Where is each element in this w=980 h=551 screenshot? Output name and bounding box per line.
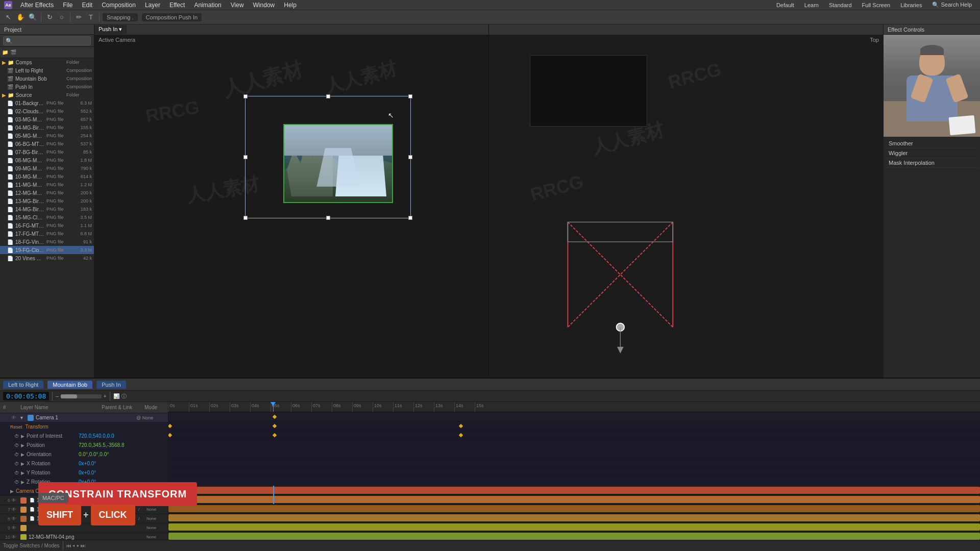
comp-layer-image[interactable]	[283, 124, 393, 203]
keyframe-1[interactable]	[273, 415, 277, 419]
layer-10[interactable]: 10 👁 12-MG-MTN-04.png None	[0, 533, 168, 540]
project-item-push-in[interactable]: 🎬 Push In Composition	[0, 83, 94, 91]
position-value[interactable]: 720.0,345.5,-3568.8	[79, 442, 125, 448]
expand-prop-xrot[interactable]: ▶	[21, 461, 24, 466]
project-item-01[interactable]: 📄 01-Background.png PNG file 6.3 M	[0, 99, 94, 107]
project-item-mountain-bob[interactable]: 🎬 Mountain Bob Composition	[0, 74, 94, 83]
project-item-04[interactable]: 📄 04-MG-Birds.png PNG file 155 k	[0, 123, 94, 132]
kf-poi-mid[interactable]	[273, 424, 277, 428]
project-new-comp[interactable]: 🎬	[10, 49, 16, 55]
tool-zoom[interactable]: 🔍	[28, 12, 38, 22]
expand-prop-pos[interactable]: ▶	[21, 443, 24, 448]
eye-10[interactable]: 👁	[11, 534, 18, 540]
project-item-19[interactable]: 📄 19-FG-Clouds.png PNG file 3.3 M	[0, 246, 94, 254]
timeline-tracks[interactable]: 0s 01s 02s 03s 04s 05s 06s 07s 08s 09s 1…	[168, 402, 980, 540]
transform-handle-mr[interactable]	[408, 155, 412, 159]
expand-prop-poi[interactable]: ▶	[21, 434, 24, 439]
kf-poi-end[interactable]	[459, 424, 463, 428]
expand-prop-ori[interactable]: ▶	[21, 452, 24, 457]
layer-prop-position[interactable]: ⏱ ▶ Position 720.0,345.5,-3568.8	[0, 441, 168, 450]
project-item-16[interactable]: 📄 16-FG-MTN-01.png PNG file 1.1 M	[0, 221, 94, 230]
tl-zoom-out[interactable]: –	[56, 393, 59, 399]
project-item-12[interactable]: 📄 12-MG-MTN-03.png PNG file 200 k	[0, 189, 94, 197]
menu-effect[interactable]: Effect	[165, 1, 189, 10]
layer-transform-header[interactable]: Reset Transform	[0, 422, 168, 432]
project-item-17[interactable]: 📄 17-FG-MTN-file PNG file 6.8 M	[0, 230, 94, 238]
poi-value[interactable]: 720.0,540.0,0.0	[79, 433, 114, 439]
transform-handle-br[interactable]	[408, 216, 412, 220]
expand-prop-zrot[interactable]: ▶	[21, 480, 24, 485]
track-11[interactable]	[168, 532, 980, 540]
project-item-02[interactable]: 📄 02-Clouds.png PNG file 552 k	[0, 107, 94, 115]
menu-file[interactable]: File	[59, 1, 77, 10]
workspace-default[interactable]: Default	[772, 1, 798, 9]
menu-animation[interactable]: Animation	[190, 1, 225, 10]
project-item-20[interactable]: 📄 20 Vines Only.png PNG file 42 k	[0, 254, 94, 262]
project-item-left-to-right[interactable]: 🎬 Left to Right Composition	[0, 66, 94, 74]
stopwatch-icon-xrot[interactable]: ⏱	[14, 461, 19, 466]
eye-9[interactable]: 👁	[11, 525, 18, 531]
eye-6[interactable]: 👁	[11, 497, 18, 503]
tl-graph-icon[interactable]: 📊	[113, 393, 119, 399]
stopwatch-icon[interactable]: ⏱	[14, 434, 19, 439]
project-item-08[interactable]: 📄 08-MG-MTN-02.png PNG file 1.8 M	[0, 156, 94, 164]
tl-zoom-in[interactable]: +	[104, 393, 107, 399]
transform-handle-bl[interactable]	[243, 216, 248, 220]
push-in-tab[interactable]: Push In ▾	[94, 25, 127, 34]
project-item-06[interactable]: 📄 06-BG-MTN-04.png PNG file 537 k	[0, 140, 94, 148]
menu-help[interactable]: Help	[280, 1, 301, 10]
switch-8b[interactable]: /	[138, 516, 145, 521]
track-10[interactable]	[168, 522, 980, 532]
tool-rotate[interactable]: ↻	[44, 12, 55, 22]
transform-handle-tl[interactable]	[243, 94, 248, 98]
workspace-libraries[interactable]: Libraries	[896, 1, 926, 9]
project-item-15[interactable]: 📄 15-MG-Clouds.png PNG file 3.5 M	[0, 213, 94, 221]
layer-prop-orientation[interactable]: ⏱ ▶ Orientation 0.0°,0.0°,0.0°	[0, 450, 168, 459]
track-6[interactable]	[168, 486, 980, 495]
project-search-input[interactable]	[3, 36, 91, 45]
menu-window[interactable]: Window	[249, 1, 279, 10]
menu-composition[interactable]: Composition	[97, 1, 140, 10]
expand-cam-opt[interactable]: ▶	[10, 489, 14, 494]
track-9[interactable]	[168, 513, 980, 522]
search-help[interactable]: 🔍 Search Help	[928, 1, 976, 9]
tl-zoom-slider[interactable]	[61, 394, 102, 398]
menu-aftereffects[interactable]: After Effects	[16, 1, 58, 10]
transform-handle-tr[interactable]	[408, 94, 412, 98]
timeline-timecode[interactable]: 0:00:05:08	[3, 392, 49, 400]
menu-layer[interactable]: Layer	[141, 1, 164, 10]
eye-8[interactable]: 👁	[11, 516, 18, 521]
tool-pen[interactable]: ✏	[74, 12, 84, 22]
eye-7[interactable]: 👁	[11, 507, 18, 512]
xrot-value[interactable]: 0x+0.0°	[79, 461, 96, 466]
footer-icons[interactable]: ⏮ ◀ ▶ ⏭	[66, 543, 86, 548]
project-item-18[interactable]: 📄 18-FG-Vines.png PNG file 91 k	[0, 238, 94, 246]
stopwatch-icon-zrot[interactable]: ⏱	[14, 480, 19, 485]
workspace-fullscreen[interactable]: Full Screen	[858, 1, 895, 9]
menu-edit[interactable]: Edit	[78, 1, 96, 10]
track-8[interactable]	[168, 504, 980, 513]
tool-camera-orbit[interactable]: ○	[57, 12, 67, 22]
project-new-folder[interactable]: 📁	[2, 49, 8, 55]
orientation-value[interactable]: 0.0°,0.0°,0.0°	[79, 452, 109, 457]
project-item-13[interactable]: 📄 13-MG-Birds-01.png PNG file 200 k	[0, 197, 94, 205]
project-item-14[interactable]: 📄 14-MG-Birds-02.png PNG file 183 k	[0, 205, 94, 213]
transform-handle-tm[interactable]	[326, 94, 330, 98]
project-item-comps-folder[interactable]: ▶ 📁 Comps Folder	[0, 58, 94, 66]
expand-prop-yrot[interactable]: ▶	[21, 470, 24, 475]
tool-select[interactable]: ↖	[3, 12, 13, 22]
project-item-source-folder[interactable]: ▶ 📁 Source Folder	[0, 91, 94, 99]
playhead[interactable]	[273, 402, 274, 412]
timeline-tab-mountain-bob[interactable]: Mountain Bob	[47, 381, 92, 389]
project-item-11[interactable]: 📄 11-MG-MTN-03.png PNG file 1.2 M	[0, 181, 94, 189]
project-item-05[interactable]: 📄 05-MG-MTN-03.png PNG file 254 k	[0, 132, 94, 140]
eye-icon[interactable]: 👁	[11, 415, 18, 420]
effect-mask-interpolation[interactable]: Mask Interpolation	[886, 158, 978, 168]
tool-hand[interactable]: ✋	[15, 12, 26, 22]
project-item-09[interactable]: 📄 09-MG-MTN-31.png PNG file 790 k	[0, 164, 94, 172]
track-7[interactable]	[168, 495, 980, 504]
menu-view[interactable]: View	[227, 1, 248, 10]
kf-poi-0[interactable]	[168, 424, 172, 428]
layer-prop-poi[interactable]: ⏱ ▶ Point of Interest 720.0,540.0,0.0	[0, 432, 168, 441]
workspace-standard[interactable]: Standard	[825, 1, 856, 9]
